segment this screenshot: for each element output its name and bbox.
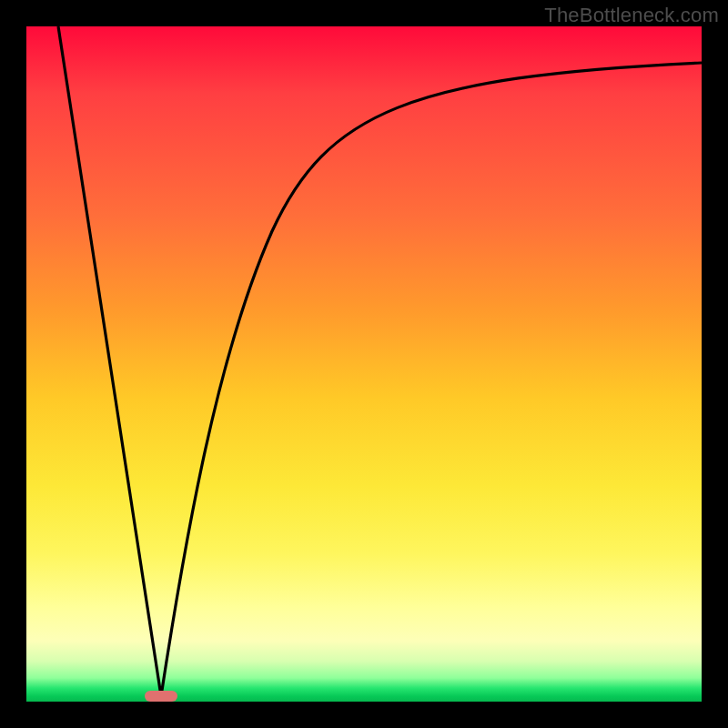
minimum-marker <box>145 691 177 702</box>
plot-area <box>26 26 702 702</box>
curve-layer <box>26 26 702 702</box>
chart-container: TheBottleneck.com <box>0 0 728 728</box>
watermark-text: TheBottleneck.com <box>544 4 719 27</box>
curve-right-branch <box>161 63 702 696</box>
curve-left-branch <box>58 26 161 696</box>
